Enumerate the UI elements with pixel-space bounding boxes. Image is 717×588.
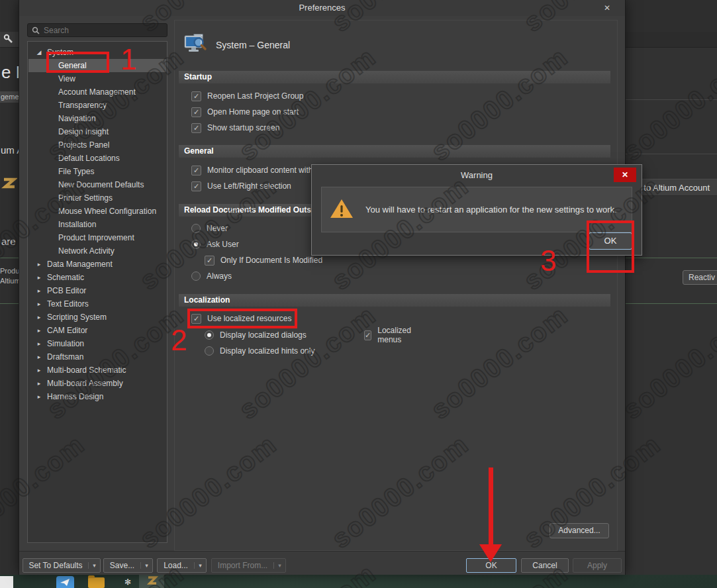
tree-item-installation[interactable]: Installation (28, 218, 166, 231)
close-icon[interactable]: ✕ (614, 168, 636, 182)
tree-item-projects-panel[interactable]: Projects Panel (28, 138, 166, 152)
save-button[interactable]: Save... ▾ (103, 558, 153, 573)
tree-item-data-management[interactable]: ▸Data Management (28, 258, 166, 271)
triangle-collapsed-icon[interactable]: ▸ (34, 380, 44, 387)
tree-item-product-improvement[interactable]: Product Improvement (28, 231, 166, 244)
bg-fragment-large: e N (1, 62, 19, 83)
close-icon[interactable]: ✕ (601, 2, 613, 14)
chevron-down-icon[interactable]: ▾ (140, 562, 152, 569)
triangle-collapsed-icon[interactable]: ▸ (34, 340, 44, 347)
preferences-titlebar[interactable]: Preferences ✕ (19, 0, 625, 16)
tree-item-label: Multi-board Schematic (47, 366, 126, 375)
radio-unchecked-icon[interactable] (191, 271, 201, 281)
tree-item-pcb-editor[interactable]: ▸PCB Editor (28, 284, 166, 297)
checkbox-checked-icon[interactable]: ✓ (191, 181, 201, 191)
telegram-icon[interactable] (56, 576, 74, 588)
tree-item-schematic[interactable]: ▸Schematic (28, 271, 166, 284)
tree-item-label: Multi-board Assembly (47, 379, 123, 388)
tree-item-text-editors[interactable]: ▸Text Editors (28, 297, 166, 311)
option-display-localized-dialogs[interactable]: Display localized dialogs✓Localized menu… (205, 329, 307, 341)
set-to-defaults-button[interactable]: Set To Defaults ▾ (23, 558, 101, 573)
chevron-down-icon[interactable]: ▾ (194, 562, 206, 569)
tree-item-simulation[interactable]: ▸Simulation (28, 337, 166, 350)
checkbox-checked-icon[interactable]: ✓ (191, 166, 201, 175)
tree-item-cam-editor[interactable]: ▸CAM Editor (28, 324, 166, 337)
tree-item-network-activity[interactable]: Network Activity (28, 244, 166, 258)
apply-button[interactable]: Apply (573, 558, 622, 573)
triangle-collapsed-icon[interactable]: ▸ (34, 327, 44, 334)
tree-item-design-insight[interactable]: Design Insight (28, 125, 166, 138)
checkbox-checked-icon[interactable]: ✓ (364, 330, 371, 340)
section-header-startup: Startup (179, 71, 610, 83)
option-display-localized-hints-only[interactable]: Display localized hints only (205, 345, 314, 357)
preferences-tree: ◢SystemGeneralViewAccount ManagementTran… (27, 41, 167, 543)
chevron-down-icon[interactable]: ▾ (273, 562, 285, 569)
option-localized-menus[interactable]: ✓Localized menus (364, 326, 414, 344)
option-always[interactable]: Always (191, 270, 232, 282)
tree-item-new-document-defaults[interactable]: New Document Defaults (28, 178, 166, 191)
triangle-collapsed-icon[interactable]: ▸ (34, 274, 44, 281)
tree-item-view[interactable]: View (28, 72, 166, 85)
option-never[interactable]: Never (191, 222, 228, 234)
tree-item-label: Installation (58, 220, 96, 229)
tree-item-label: File Types (58, 167, 94, 176)
folder-icon[interactable] (88, 577, 105, 588)
tree-item-mouse-wheel-configuration[interactable]: Mouse Wheel Configuration (28, 205, 166, 218)
tree-item-harness-design[interactable]: ▸Harness Design (28, 390, 166, 403)
option-monitor-clipboard-content-withi[interactable]: ✓Monitor clipboard content withi (191, 164, 314, 176)
option-label: Ask User (207, 240, 239, 249)
chevron-down-icon[interactable]: ▾ (88, 562, 100, 569)
tree-item-multi-board-schematic[interactable]: ▸Multi-board Schematic (28, 364, 166, 377)
import-from-button[interactable]: Import From... ▾ (211, 558, 286, 573)
radio-unchecked-icon[interactable] (191, 224, 201, 233)
radio-checked-icon[interactable] (205, 330, 214, 340)
triangle-collapsed-icon[interactable]: ▸ (34, 354, 44, 360)
search-input-wrap[interactable] (27, 23, 167, 37)
dialog-footer: Set To Defaults ▾ Save... ▾ Load... ▾ Im… (19, 551, 625, 575)
option-reopen-last-project-group[interactable]: ✓Reopen Last Project Group (191, 90, 303, 102)
tree-item-file-types[interactable]: File Types (28, 165, 166, 178)
checkbox-checked-icon[interactable]: ✓ (205, 256, 215, 266)
triangle-collapsed-icon[interactable]: ▸ (34, 367, 44, 373)
triangle-collapsed-icon[interactable]: ▸ (34, 287, 44, 294)
tree-item-label: Simulation (47, 339, 84, 348)
cancel-button[interactable]: Cancel (521, 558, 569, 573)
tree-item-draftsman[interactable]: ▸Draftsman (28, 350, 166, 364)
triangle-collapsed-icon[interactable]: ▸ (34, 314, 44, 320)
option-ask-user[interactable]: Ask User (191, 238, 239, 250)
triangle-collapsed-icon[interactable]: ▸ (34, 261, 44, 268)
tree-item-transparency[interactable]: Transparency (28, 99, 166, 112)
option-label: Open Home page on start (207, 107, 299, 117)
altium-taskbar-icon[interactable] (139, 575, 164, 588)
advanced-button[interactable]: Advanced... (550, 523, 609, 538)
load-button[interactable]: Load... ▾ (157, 558, 207, 573)
option-label: Only If Document Is Modified (220, 256, 322, 265)
search-input[interactable] (44, 26, 150, 35)
annotation-arrow (489, 467, 493, 546)
triangle-collapsed-icon[interactable]: ▸ (34, 393, 44, 400)
tree-item-default-locations[interactable]: Default Locations (28, 152, 166, 165)
app-glyph-icon[interactable]: ✻ (124, 577, 131, 587)
tree-item-account-management[interactable]: Account Management (28, 85, 166, 99)
dialog-title: Preferences (19, 3, 625, 13)
tree-item-label: CAM Editor (47, 326, 87, 335)
tree-item-multi-board-assembly[interactable]: ▸Multi-board Assembly (28, 377, 166, 390)
wrench-icon (3, 34, 14, 47)
annotation-box-3 (587, 220, 634, 273)
checkbox-checked-icon[interactable]: ✓ (191, 107, 201, 117)
option-label: Display localized dialogs (220, 330, 307, 340)
option-show-startup-screen[interactable]: ✓Show startup screen (191, 122, 279, 134)
option-use-left-right-selection[interactable]: ✓Use Left/Right selection (191, 180, 291, 192)
tree-item-navigation[interactable]: Navigation (28, 112, 166, 125)
tree-item-scripting-system[interactable]: ▸Scripting System (28, 311, 166, 324)
radio-checked-icon[interactable] (191, 240, 201, 249)
radio-unchecked-icon[interactable] (205, 346, 214, 356)
reactivate-button[interactable]: Reactiv (683, 270, 717, 285)
option-only-if-document-is-modified[interactable]: ✓Only If Document Is Modified (205, 254, 322, 266)
triangle-collapsed-icon[interactable]: ▸ (34, 301, 44, 307)
tree-item-printer-settings[interactable]: Printer Settings (28, 191, 166, 205)
triangle-expanded-icon[interactable]: ◢ (34, 49, 44, 56)
checkbox-checked-icon[interactable]: ✓ (191, 91, 201, 101)
option-open-home-page-on-start[interactable]: ✓Open Home page on start (191, 106, 299, 118)
checkbox-checked-icon[interactable]: ✓ (191, 123, 201, 133)
